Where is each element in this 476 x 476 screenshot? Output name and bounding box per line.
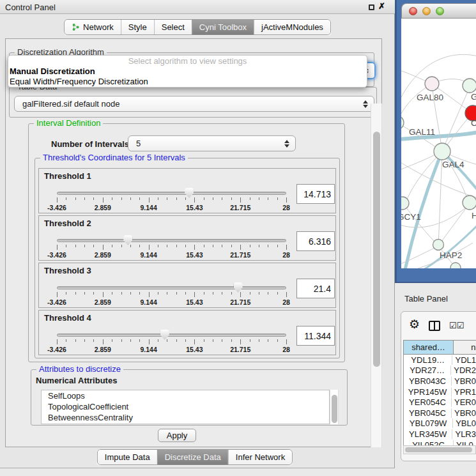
table-hscrollbar-thumb[interactable]	[405, 447, 472, 452]
attributes-scrollbar-track[interactable]	[330, 390, 339, 424]
tick-mark	[240, 245, 241, 250]
split-columns-icon[interactable]	[429, 321, 440, 331]
tick-mark	[75, 339, 76, 342]
node-top-right[interactable]	[463, 79, 476, 93]
tick-mark	[204, 197, 204, 200]
float-window-icon[interactable]	[369, 4, 374, 10]
slider-thumb[interactable]	[185, 188, 194, 198]
network-view-canvas[interactable]: GAL80 GA C GAL11 GAL4 GCY1 H HAP2	[401, 19, 476, 268]
tick-mark	[222, 339, 222, 342]
tick-mark	[158, 339, 158, 342]
slider-track[interactable]	[57, 239, 286, 242]
attribute-item-selfloops[interactable]: SelfLoops	[42, 390, 329, 401]
close-icon[interactable]: ✗	[378, 1, 385, 11]
tick-mark	[259, 292, 259, 295]
checkbox-columns-icon[interactable]: ☑☑	[449, 321, 464, 330]
slider-thumb[interactable]	[160, 330, 169, 340]
table-column-header-1[interactable]: shared…	[403, 340, 454, 355]
tab-infer-network[interactable]: Infer Network	[228, 450, 292, 464]
table-hscrollbar-track[interactable]	[403, 445, 476, 454]
node-label-partial-c: C	[471, 118, 476, 128]
tick-label: -3.426	[47, 298, 66, 306]
table-row[interactable]: YPR145WYPR1	[404, 387, 476, 397]
node-gal11[interactable]	[401, 116, 404, 130]
node-hap2[interactable]	[433, 240, 444, 250]
tick-label: 2.859	[95, 346, 111, 353]
node-gal4[interactable]	[434, 143, 450, 160]
settings-scrollbar-track[interactable]	[371, 104, 382, 447]
settings-scrollbar-thumb[interactable]	[373, 132, 380, 367]
table-row[interactable]: YER054CYER0	[404, 397, 476, 408]
tick-mark	[139, 197, 140, 200]
tick-mark	[93, 245, 94, 247]
slider-track[interactable]	[57, 334, 286, 337]
cell-shared-name: YER054C	[404, 397, 452, 407]
cell-name: YBR0	[452, 408, 476, 418]
attribute-item-topologicalcoefficient[interactable]: TopologicalCoefficient	[42, 401, 329, 412]
number-of-intervals-combobox[interactable]: 5	[128, 135, 296, 151]
tick-mark	[139, 245, 140, 247]
slider-thumb[interactable]	[234, 282, 243, 293]
popup-prompt: Select algorithm to view settings	[8, 56, 367, 66]
tab-impute-data[interactable]: Impute Data	[98, 450, 157, 464]
tick-mark	[185, 245, 186, 247]
cell-name: YDL1	[452, 355, 476, 365]
table-row[interactable]: YBR045CYBR0	[404, 408, 476, 418]
table-row[interactable]: YDL19…YDL1	[404, 355, 476, 365]
table-row[interactable]: YDR27…YDR2	[404, 365, 476, 376]
slider-track[interactable]	[57, 286, 286, 289]
attribute-item-betweennesscentrality[interactable]: BetweennessCentrality	[42, 412, 329, 423]
table-row[interactable]: YLR345WYLR3	[404, 429, 476, 440]
slider-area	[57, 286, 286, 289]
node-gal80[interactable]	[425, 77, 439, 91]
tick-label: -3.426	[47, 346, 66, 353]
node-right[interactable]	[463, 196, 476, 210]
slider-thumb[interactable]	[123, 235, 132, 245]
node-gcy1[interactable]	[401, 197, 409, 210]
table-header-row: shared…na	[403, 340, 476, 355]
threshold-value-field-4[interactable]	[296, 326, 335, 346]
popup-item-manual-discretization[interactable]: Manual Discretization	[8, 66, 367, 77]
node-label-gcy1: GCY1	[401, 212, 421, 222]
tick-mark	[75, 197, 76, 200]
tab-style[interactable]: Style	[121, 20, 154, 35]
tab-select[interactable]: Select	[154, 20, 192, 35]
tick-mark	[194, 245, 195, 250]
network-window-titlebar[interactable]	[401, 3, 476, 19]
tick-mark	[149, 245, 150, 250]
node-label-partial-h: H	[472, 211, 476, 220]
threshold-value-field-3[interactable]	[296, 279, 335, 298]
tick-mark	[268, 292, 268, 295]
tick-label: -3.426	[47, 251, 66, 259]
tick-label: 9.144	[140, 251, 157, 259]
attributes-scrollbar-thumb[interactable]	[332, 395, 337, 423]
category-tab-bar: NetworkStyleSelectCyni ToolboxjActiveMNo…	[64, 19, 331, 35]
table-data-combobox[interactable]: galFiltered.sif default node	[14, 96, 374, 112]
minimize-traffic-light-icon[interactable]	[422, 7, 431, 15]
apply-button[interactable]: Apply	[158, 429, 196, 442]
tab-discretize-data[interactable]: Discretize Data	[157, 450, 228, 464]
popup-item-equal-width-frequency-discretization[interactable]: Equal Width/Frequency Discretization	[8, 77, 367, 87]
tab-network[interactable]: Network	[65, 20, 121, 35]
tick-mark	[194, 197, 195, 203]
slider-track[interactable]	[57, 192, 286, 195]
tab-cyni-toolbox-label: Cyni Toolbox	[199, 22, 247, 32]
tick-mark	[103, 339, 104, 344]
tab-cyni-toolbox[interactable]: Cyni Toolbox	[192, 20, 254, 35]
threshold-value-field-1[interactable]	[296, 184, 335, 204]
tick-mark	[84, 245, 85, 247]
close-traffic-light-icon[interactable]	[409, 7, 417, 15]
threshold-value-field-2[interactable]	[296, 231, 335, 251]
tick-mark	[139, 292, 140, 295]
gear-icon[interactable]: ⚙	[409, 317, 420, 332]
table-row[interactable]: YBL079WYBL0	[404, 418, 476, 429]
tick-mark	[240, 339, 241, 344]
table-column-header-2[interactable]: na	[454, 340, 476, 355]
slider-ticks	[57, 197, 286, 203]
tick-mark	[259, 245, 259, 247]
tick-mark	[240, 292, 241, 297]
table-row[interactable]: YIL052CYIL0	[404, 440, 476, 445]
zoom-traffic-light-icon[interactable]	[436, 7, 444, 15]
table-row[interactable]: YBR043CYBR0	[404, 376, 476, 387]
tab-jactivemnodules[interactable]: jActiveMNodules	[254, 20, 330, 35]
